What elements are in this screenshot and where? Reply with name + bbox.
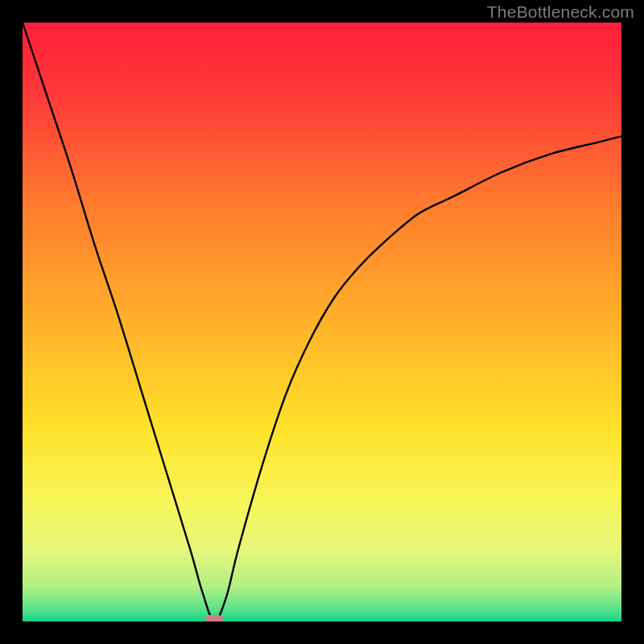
watermark-text: TheBottleneck.com (487, 2, 634, 22)
bottleneck-curve (23, 23, 621, 621)
chart-frame: TheBottleneck.com (0, 0, 644, 644)
curve-layer (23, 23, 621, 621)
plot-area (23, 23, 621, 621)
minimum-marker (205, 615, 223, 621)
